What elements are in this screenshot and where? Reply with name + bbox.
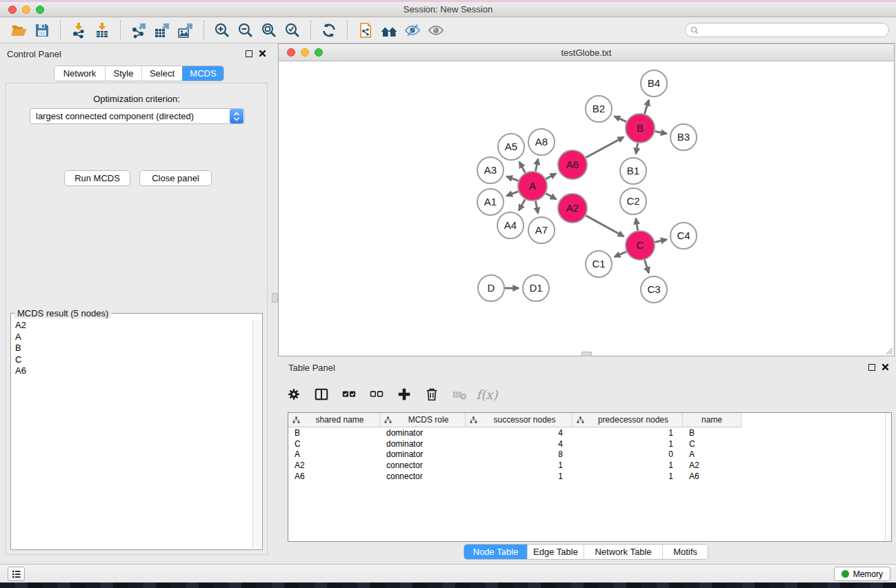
save-session-button[interactable]: [30, 19, 54, 41]
graph-edge[interactable]: [655, 239, 666, 242]
graph-node-A2[interactable]: A2: [558, 194, 587, 223]
import-network-button[interactable]: [67, 19, 90, 41]
export-image-button[interactable]: [174, 19, 197, 41]
add-column-button[interactable]: [395, 385, 413, 403]
network-document-button[interactable]: [354, 19, 377, 41]
run-mcds-button[interactable]: Run MCDS: [64, 170, 130, 186]
graph-edge[interactable]: [546, 194, 556, 199]
graph-node-C3[interactable]: C3: [641, 276, 667, 303]
home-button[interactable]: [377, 19, 401, 41]
zoom-fit-button[interactable]: [257, 19, 281, 41]
result-scrollbar[interactable]: [252, 320, 261, 548]
split-table-button[interactable]: [312, 385, 330, 403]
graph-edge[interactable]: [645, 260, 649, 273]
close-panel-button[interactable]: Close panel: [139, 170, 212, 186]
graph-edge[interactable]: [546, 174, 556, 179]
tab-network[interactable]: Network: [54, 66, 105, 81]
table-row[interactable]: A2connector11A2: [288, 460, 891, 471]
float-panel-icon[interactable]: [246, 50, 252, 57]
table-settings-button[interactable]: [285, 385, 303, 403]
graph-edge[interactable]: [636, 143, 638, 154]
graph-edge[interactable]: [535, 201, 538, 214]
graph-edge[interactable]: [506, 192, 518, 196]
graph-node-B3[interactable]: B3: [670, 124, 697, 150]
table-row[interactable]: Adominator80A: [288, 449, 891, 460]
result-item[interactable]: B: [14, 343, 252, 354]
tab-mcds[interactable]: MCDS: [182, 66, 223, 81]
result-item[interactable]: A: [14, 332, 252, 343]
graph-node-D[interactable]: D: [478, 275, 504, 301]
result-item[interactable]: A2: [14, 320, 252, 332]
result-item[interactable]: C: [14, 354, 252, 366]
criterion-dropdown[interactable]: largest connected component (directed): [30, 108, 245, 124]
network-window-titlebar[interactable]: testGlobe.txt: [279, 44, 894, 61]
float-table-panel-icon[interactable]: [868, 364, 875, 371]
graph-edge[interactable]: [586, 216, 624, 236]
graph-edge[interactable]: [644, 100, 648, 114]
graph-node-B2[interactable]: B2: [586, 96, 612, 122]
deselect-all-button[interactable]: [368, 385, 386, 403]
graph-node-A3[interactable]: A3: [477, 157, 504, 183]
apply-layout-button[interactable]: [317, 19, 341, 41]
graph-node-C2[interactable]: C2: [620, 188, 646, 214]
zoom-in-button[interactable]: [210, 19, 234, 41]
column-header-shared-name[interactable]: shared name: [288, 413, 380, 427]
show-graphics-details-button[interactable]: [424, 19, 448, 41]
search-box[interactable]: [685, 23, 889, 37]
graph-node-C4[interactable]: C4: [670, 223, 697, 249]
network-canvas[interactable]: AA1A2A3A4A5A6A7A8BB1B2B3B4CC1C2C3C4DD1: [279, 61, 894, 356]
graph-node-A5[interactable]: A5: [498, 134, 524, 160]
export-network-button[interactable]: [127, 19, 150, 41]
horizontal-splitter-handle[interactable]: [581, 352, 592, 356]
graph-node-A1[interactable]: A1: [477, 189, 504, 215]
graph-node-A8[interactable]: A8: [528, 129, 555, 155]
graph-edge[interactable]: [655, 131, 667, 134]
tab-edge-table[interactable]: Edge Table: [527, 545, 584, 559]
graph-edge[interactable]: [519, 199, 525, 210]
table-row[interactable]: A6connector11A6: [288, 471, 891, 482]
graph-edge[interactable]: [535, 159, 538, 171]
table-row[interactable]: Bdominator41B: [288, 427, 891, 438]
tab-select[interactable]: Select: [141, 66, 182, 81]
zoom-out-button[interactable]: [234, 19, 257, 41]
table-scrollbar[interactable]: [885, 413, 891, 541]
graph-node-A4[interactable]: A4: [497, 212, 524, 239]
import-table-button[interactable]: [90, 19, 114, 41]
result-item[interactable]: A6: [14, 365, 252, 377]
graph-node-A[interactable]: A: [518, 172, 547, 201]
task-history-button[interactable]: [8, 567, 25, 581]
resize-grip[interactable]: [884, 345, 893, 355]
export-table-button[interactable]: [150, 19, 174, 41]
delete-column-button[interactable]: [423, 385, 441, 403]
mcds-result-list[interactable]: A2ABCA6: [14, 320, 252, 548]
column-header-successor-nodes[interactable]: successor nodes: [466, 413, 573, 427]
graph-edge[interactable]: [506, 176, 518, 181]
graph-edge[interactable]: [636, 219, 638, 231]
graph-node-D1[interactable]: D1: [523, 275, 549, 301]
search-input[interactable]: [702, 26, 884, 35]
column-header-predecessor-nodes[interactable]: predecessor nodes: [573, 413, 683, 427]
hide-graphics-details-button[interactable]: [401, 19, 424, 41]
zoom-selected-button[interactable]: [281, 19, 304, 41]
graph-node-A7[interactable]: A7: [528, 217, 555, 243]
graph-node-C[interactable]: C: [626, 231, 655, 260]
graph-node-B4[interactable]: B4: [641, 70, 667, 97]
close-panel-icon[interactable]: [259, 50, 266, 57]
graph-edge[interactable]: [615, 252, 626, 257]
tab-node-table[interactable]: Node Table: [464, 545, 527, 559]
graph-node-C1[interactable]: C1: [586, 251, 612, 277]
column-header-name[interactable]: name: [683, 413, 741, 427]
table-row[interactable]: Cdominator41C: [288, 438, 891, 449]
graph-edge[interactable]: [615, 116, 626, 122]
graph-node-A6[interactable]: A6: [558, 150, 587, 179]
close-table-panel-icon[interactable]: [882, 363, 889, 371]
vertical-splitter-handle[interactable]: [272, 293, 278, 303]
graph-edge[interactable]: [519, 162, 526, 173]
tab-style[interactable]: Style: [105, 66, 141, 81]
select-all-button[interactable]: [340, 385, 358, 403]
tab-network-table[interactable]: Network Table: [584, 545, 662, 559]
memory-button[interactable]: Memory: [834, 567, 890, 581]
column-header-mcds-role[interactable]: MCDS role: [380, 413, 466, 427]
open-session-button[interactable]: [7, 19, 30, 41]
graph-node-B1[interactable]: B1: [620, 158, 646, 184]
